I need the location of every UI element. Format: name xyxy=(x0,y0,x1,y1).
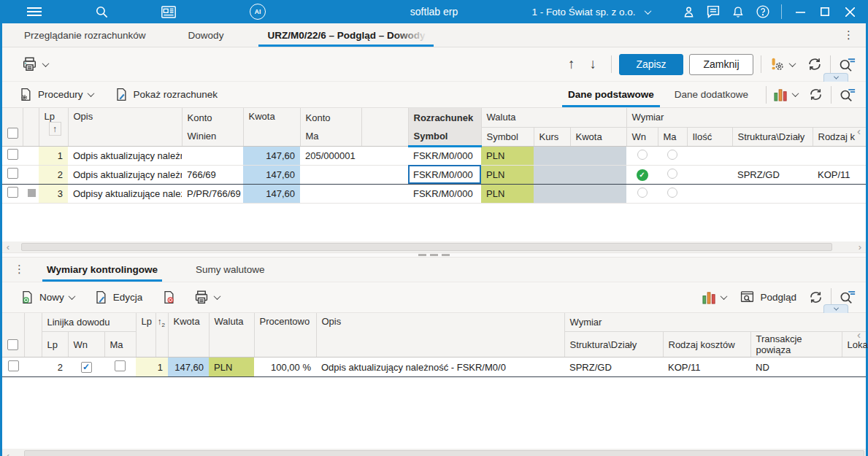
row-checkbox-cell[interactable] xyxy=(2,165,23,184)
col-header-kwota[interactable]: Kwota xyxy=(168,313,209,358)
user-icon[interactable] xyxy=(676,0,701,23)
scrollbar-track[interactable] xyxy=(14,449,866,456)
col-header-wn[interactable]: Wn xyxy=(626,127,658,146)
search-filter-button[interactable] xyxy=(838,56,856,73)
col-header-waluta-symbol[interactable]: Symbol xyxy=(481,127,534,146)
col-header-transakcje[interactable]: Transakcje powiąza xyxy=(750,332,842,358)
ma-cell[interactable] xyxy=(658,165,687,184)
konto-ma-cell[interactable] xyxy=(300,165,361,184)
move-up-button[interactable]: ↑ xyxy=(561,56,583,72)
print-button[interactable] xyxy=(21,56,48,72)
col-header-lokalizacja[interactable]: Loka xyxy=(842,332,866,358)
toolbar-expander-button[interactable] xyxy=(823,73,848,82)
procedure-settings-button[interactable] xyxy=(769,56,795,72)
maximize-button[interactable] xyxy=(813,0,837,23)
hamburger-menu-icon[interactable] xyxy=(22,0,47,23)
kurs-cell[interactable] xyxy=(534,184,570,203)
notifications-bell-icon[interactable] xyxy=(726,0,750,23)
col-header-struktura[interactable]: Struktura\Działy xyxy=(732,127,813,146)
waluta-cell[interactable]: PLN xyxy=(481,165,534,184)
select-all-checkbox[interactable] xyxy=(2,313,24,358)
waluta-kwota-cell[interactable] xyxy=(570,146,626,165)
rozrachunek-cell[interactable]: FSKR/M0/000 xyxy=(408,146,481,165)
lp-cell[interactable]: 3 xyxy=(39,184,68,203)
row-checkbox-cell[interactable] xyxy=(2,184,23,203)
rozrachunek-cell-focused[interactable]: FSKR/M0/000 xyxy=(408,165,481,184)
col-header-linijka-ma[interactable]: Ma xyxy=(104,332,136,358)
tab-dane-dodatkowe[interactable]: Dane dodatkowe xyxy=(664,82,758,108)
col-group-wymiar[interactable]: Wymiar xyxy=(626,108,866,127)
struktura-cell[interactable]: SPRZ/GD xyxy=(564,358,663,377)
wn-cell[interactable]: ✓ xyxy=(626,165,658,184)
search-dimensions-button[interactable] xyxy=(839,289,856,305)
col-header-linijka-wn[interactable]: Wn xyxy=(68,332,104,358)
lp-cell[interactable]: 1 xyxy=(136,358,168,377)
col-header-ma[interactable]: Ma xyxy=(300,127,361,146)
linijka-lp-cell[interactable]: 2 xyxy=(42,358,68,377)
table-row-selected[interactable]: 2 ✓ 1 147,60 PLN 100,00 % Odpis aktualiz… xyxy=(2,358,866,377)
tab-urz-podglad-dowody[interactable]: URZ/M0/22/6 – Podgląd – Dowody xyxy=(251,23,441,47)
col-header-procentowo[interactable]: Procentowo xyxy=(254,313,316,358)
waluta-kwota-cell[interactable] xyxy=(570,184,626,203)
documents-hscrollbar[interactable]: ‹ › xyxy=(2,241,866,252)
scroll-left-arrow[interactable]: ‹ xyxy=(2,242,14,252)
tabstrip-kebab-menu[interactable]: ⋮ xyxy=(839,23,859,47)
kwota-cell[interactable]: 147,60 xyxy=(243,146,300,165)
struktura-cell[interactable] xyxy=(732,146,813,165)
col-header-struktura[interactable]: Struktura\Działy xyxy=(564,332,663,358)
help-icon[interactable] xyxy=(750,0,775,23)
rozrachunek-cell[interactable]: FSKR/M0/000 xyxy=(408,184,481,203)
procentowo-cell[interactable]: 100,00 % xyxy=(254,358,316,377)
header-scroll-left-icon[interactable]: ‹ xyxy=(857,329,861,340)
scrollbar-thumb[interactable] xyxy=(21,243,832,251)
transakcje-cell[interactable]: ND xyxy=(750,358,842,377)
company-selector[interactable]: 1 - Foto Świat sp. z o.o. xyxy=(511,7,672,18)
col-header-ilosc[interactable]: Ilość xyxy=(687,127,732,146)
col-header-rozrachunek[interactable]: Rozrachunek xyxy=(408,108,481,127)
tab-przegladanie-rozrachunkow[interactable]: Przeglądanie rozrachunków xyxy=(8,23,162,47)
procedures-button[interactable]: Procedury xyxy=(18,87,93,102)
ma-cell[interactable] xyxy=(658,146,687,165)
close-view-button[interactable]: Zamknij xyxy=(689,54,753,75)
kurs-cell[interactable] xyxy=(534,146,570,165)
tab-dane-podstawowe[interactable]: Dane podstawowe xyxy=(558,82,664,108)
col-header-wymiar-ma[interactable]: Ma xyxy=(658,127,687,146)
print-dimensions-button[interactable] xyxy=(193,290,220,305)
chart-view-button[interactable] xyxy=(774,88,798,101)
ilosc-cell[interactable] xyxy=(687,184,732,203)
toolbar-expander-button[interactable] xyxy=(823,304,848,313)
rodzaj-cell[interactable] xyxy=(813,184,866,203)
dimensions-kebab-menu[interactable]: ⋮ xyxy=(2,258,35,282)
dimensions-hscrollbar[interactable]: ‹ xyxy=(2,449,866,456)
lokalizacja-cell[interactable] xyxy=(842,358,866,377)
search-icon[interactable] xyxy=(89,0,114,23)
refresh-dimensions-button[interactable] xyxy=(808,290,823,305)
col-header-opis[interactable]: Opis xyxy=(68,108,182,146)
lp-cell[interactable]: 2 xyxy=(39,165,68,184)
ai-assistant-icon[interactable]: AI xyxy=(245,0,270,23)
kwota-cell[interactable]: 147,60 xyxy=(243,165,300,184)
rodzaj-cell[interactable] xyxy=(813,146,866,165)
panel-splitter-handle[interactable] xyxy=(2,252,866,258)
kwota-cell[interactable]: 147,60 xyxy=(168,358,209,377)
col-header-rozrachunek-symbol[interactable]: Symbol xyxy=(408,127,481,146)
scrollbar-thumb[interactable] xyxy=(24,450,864,456)
lp-cell[interactable]: 1 xyxy=(39,146,68,165)
waluta-cell[interactable]: PLN xyxy=(481,184,534,203)
linijka-ma-cell[interactable] xyxy=(104,358,136,377)
struktura-cell[interactable]: SPRZ/GD xyxy=(732,165,813,184)
col-header-waluta-kwota[interactable]: Kwota xyxy=(570,127,626,146)
table-row-selected[interactable]: 2 Odpis aktualizujący należno 766/69 147… xyxy=(2,165,866,184)
rodzaj-cell[interactable]: KOP/11 xyxy=(813,165,866,184)
table-row[interactable]: 3 Odpisy aktualizujące należn P/PR/766/6… xyxy=(2,184,866,203)
tab-wymiary-kontrolingowe[interactable]: Wymiary kontrolingowe xyxy=(35,258,169,282)
konto-ma-cell[interactable]: 205/000001 xyxy=(300,146,361,165)
scroll-left-arrow[interactable]: ‹ xyxy=(2,451,14,456)
rodzaj-cell[interactable]: KOP/11 xyxy=(663,358,750,377)
edit-button[interactable]: Edycja xyxy=(93,290,143,305)
ilosc-cell[interactable] xyxy=(687,146,732,165)
preview-button[interactable]: Podgląd xyxy=(740,290,796,304)
move-down-button[interactable]: ↓ xyxy=(583,56,604,72)
col-header-opis[interactable]: Opis xyxy=(316,313,564,358)
select-all-checkbox[interactable] xyxy=(2,108,23,146)
